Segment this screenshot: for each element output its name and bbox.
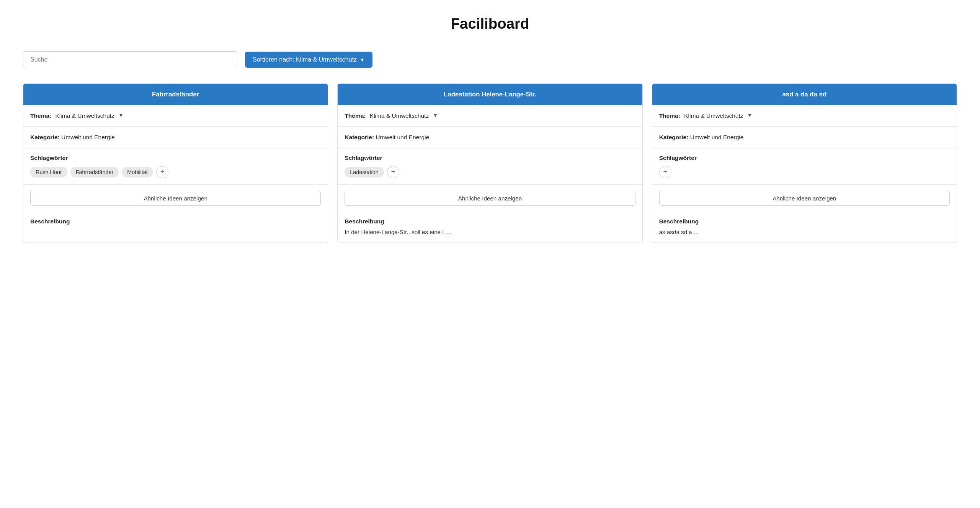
card-3-kategorie-row: Kategorie: Umwelt und Energie <box>652 127 957 148</box>
card-1-schlagworter-section: SchlagwörterRush HourFahrradständerMobil… <box>23 148 328 185</box>
kategorie-label: Kategorie: <box>659 134 689 140</box>
card-3-thema-row: Thema: Klima & Umweltschutz ▼ <box>652 105 957 127</box>
card-2-schlagworter-title: Schlagwörter <box>345 155 635 161</box>
card-2-thema-row: Thema: Klima & Umweltschutz ▼ <box>338 105 642 127</box>
toolbar: Sortieren nach: Klima & Umweltschutz ▼ <box>23 51 957 68</box>
card-2-similar-button[interactable]: Ähnliche Ideen anzeigen <box>345 191 635 206</box>
card-3-beschreibung-text: as asda sd a ... <box>659 228 950 237</box>
card-3-beschreibung-title: Beschreibung <box>659 218 950 225</box>
thema-label: Thema: <box>30 111 51 120</box>
card-2-header: Ladestation Helene-Lange-Str. <box>338 84 642 105</box>
card-3-add-tag-button[interactable]: + <box>659 166 671 178</box>
card-1-tag-2: Mobilität <box>122 167 153 177</box>
card-3-schlagworter-title: Schlagwörter <box>659 155 950 161</box>
sort-button-label: Sortieren nach: Klima & Umweltschutz <box>253 56 357 63</box>
card-2-beschreibung-title: Beschreibung <box>345 218 635 225</box>
card-1-add-tag-button[interactable]: + <box>156 166 168 178</box>
card-2: Ladestation Helene-Lange-Str.Thema: Klim… <box>337 83 642 243</box>
chevron-down-icon: ▼ <box>360 57 365 63</box>
card-1-beschreibung-section: Beschreibung <box>23 212 328 234</box>
kategorie-label: Kategorie: <box>345 134 374 140</box>
thema-chevron-icon: ▼ <box>433 112 438 119</box>
card-1-similar-button[interactable]: Ähnliche Ideen anzeigen <box>30 191 321 206</box>
card-3-tags-container: + <box>659 166 950 178</box>
thema-chevron-icon: ▼ <box>747 112 752 119</box>
card-1-beschreibung-title: Beschreibung <box>30 218 321 225</box>
card-2-kategorie-row: Kategorie: Umwelt und Energie <box>338 127 642 148</box>
thema-chevron-icon: ▼ <box>118 112 123 119</box>
card-1-tags-container: Rush HourFahrradständerMobilität+ <box>30 166 321 178</box>
card-1: FahrradständerThema: Klima & Umweltschut… <box>23 83 328 243</box>
card-2-tag-0: Ladestation <box>345 167 384 177</box>
card-1-header: Fahrradständer <box>23 84 328 105</box>
card-2-beschreibung-section: BeschreibungIn der Helene-Lange-Str.. so… <box>338 212 642 243</box>
kategorie-label: Kategorie: <box>30 134 60 140</box>
thema-label: Thema: <box>659 111 680 120</box>
cards-grid: FahrradständerThema: Klima & Umweltschut… <box>23 83 957 243</box>
card-3-schlagworter-section: Schlagwörter+ <box>652 148 957 185</box>
card-1-thema-row: Thema: Klima & Umweltschutz ▼ <box>23 105 328 127</box>
card-3: asd a da da sdThema: Klima & Umweltschut… <box>652 83 957 243</box>
card-1-tag-1: Fahrradständer <box>70 167 119 177</box>
card-2-beschreibung-text: In der Helene-Lange-Str.. soll es eine L… <box>345 228 635 237</box>
sort-button[interactable]: Sortieren nach: Klima & Umweltschutz ▼ <box>245 52 372 68</box>
thema-label: Thema: <box>345 111 366 120</box>
card-2-add-tag-button[interactable]: + <box>387 166 399 178</box>
card-2-tags-container: Ladestation+ <box>345 166 635 178</box>
search-input[interactable] <box>23 51 237 68</box>
page-title: Faciliboard <box>23 15 957 32</box>
card-3-header: asd a da da sd <box>652 84 957 105</box>
card-3-beschreibung-section: Beschreibungas asda sd a ... <box>652 212 957 243</box>
card-2-schlagworter-section: SchlagwörterLadestation+ <box>338 148 642 185</box>
card-1-kategorie-row: Kategorie: Umwelt und Energie <box>23 127 328 148</box>
card-3-similar-button[interactable]: Ähnliche Ideen anzeigen <box>659 191 950 206</box>
card-1-tag-0: Rush Hour <box>30 167 67 177</box>
card-1-schlagworter-title: Schlagwörter <box>30 155 321 161</box>
